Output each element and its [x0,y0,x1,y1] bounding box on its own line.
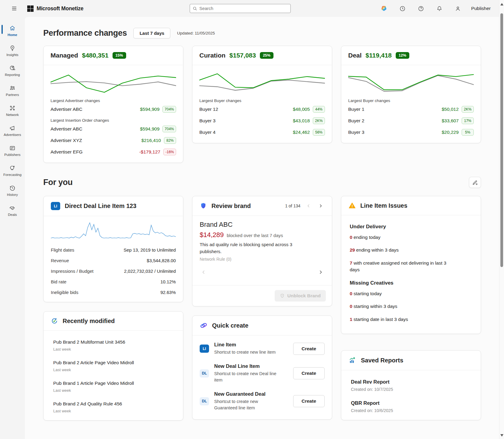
list-item[interactable]: Pub Brand 2 Article Page Video Midroll L… [44,356,183,377]
issue-item[interactable]: 0starting within 3 days [350,300,450,313]
table-row[interactable]: Advertiser ABC $594,909 704% [51,104,176,115]
search-box[interactable] [190,4,291,13]
sidebar-item-network[interactable]: Network [0,101,25,120]
issue-item[interactable]: 0ending today [350,231,450,244]
pct-badge: 56% [313,129,325,136]
menu-button[interactable] [9,3,19,14]
issue-item[interactable]: 1starting date in last 3 days [350,313,450,326]
pct-badge: 17% [462,117,474,124]
deal-performance-card: Deal $119,418 12% Largest Buyer changes … [341,46,481,143]
table-row[interactable]: Advertiser XYZ $216,410 82% [51,135,176,146]
pager-next-button[interactable] [317,202,325,210]
app-window: Microsoft Monetize [0,0,504,439]
chevron-right-icon [318,203,323,208]
scroll-up-arrow[interactable] [500,3,503,5]
card-title: Saved Reports [361,357,403,364]
list-item[interactable]: QBR Report Created on: 10/6/2025 [341,396,481,418]
carousel-next-button[interactable] [317,268,325,276]
date-range-button[interactable]: Last 7 days [133,28,170,38]
table-row[interactable]: Advertiser EFG -$179,127 -16% [51,146,176,158]
app-brand: Microsoft Monetize [27,5,83,12]
scroll-down-arrow[interactable] [500,434,503,437]
card-title: Recently modified [63,318,115,325]
create-line-item-button[interactable]: Create [293,343,325,355]
quick-create-deal-line-item-row: DL New Deal Line Item Shortcut to create… [200,359,325,387]
table-row[interactable]: Buyer 2 $33,607 17% [348,115,474,127]
card-title: Deal [348,52,362,59]
sidebar-item-deals[interactable]: Deals [0,200,25,220]
issue-item[interactable]: 7with creative assigned not delivering i… [350,257,450,276]
chevron-left-icon [306,203,311,208]
notifications-button[interactable] [434,3,444,14]
sidebar-item-insights[interactable]: Insights [0,41,25,61]
app-title: Microsoft Monetize [37,5,83,12]
sidebar-item-publishers[interactable]: Publishers [0,140,25,160]
unblock-brand-button[interactable]: Unblock Brand [275,290,326,302]
insights-icon [9,45,16,51]
card-title: Curation [199,52,225,59]
table-row[interactable]: Buyer 12 $48,005 44% [199,104,325,115]
deals-icon [9,205,16,211]
table-row[interactable]: Buyer 3 $43,018 2K% [199,115,325,127]
sidebar-item-reporting[interactable]: Reporting [0,61,25,81]
performance-title: Performance changes [43,28,127,38]
detail-row: Impressions / Budget 2,022,732,032 / Unl… [51,266,176,276]
updated-timestamp: Updated: 11/05/2025 [177,31,215,35]
search-icon [193,6,197,11]
account-button[interactable] [453,3,463,14]
pct-badge: 704% [162,106,176,113]
menu-icon [11,5,17,12]
create-deal-line-item-button[interactable]: Create [293,367,325,379]
recent-activity-button[interactable] [397,3,407,14]
publisher-label: Publisher [471,6,491,11]
table-row[interactable]: Buyer 4 $24,462 56% [199,127,325,138]
bell-icon [436,5,443,12]
card-title: Managed [51,52,78,59]
blocked-amount-suffix: blocked over the last 7 days [227,233,283,238]
chart-trend-icon [349,356,356,364]
reporting-icon [9,65,16,71]
sidebar-item-partners[interactable]: Partners [0,81,25,101]
create-guaranteed-deal-button[interactable]: Create [293,395,325,407]
list-item[interactable]: Pub Brand 1 Article Page Video Midroll L… [44,377,183,397]
table-row[interactable]: Advertiser ABC $594,909 704% [51,123,176,135]
issue-item[interactable]: 0starting today [350,287,450,300]
line-item-sparkline [51,219,176,243]
table-row[interactable]: Buyer 1 $50,012 2K% [348,104,474,115]
quick-create-line-item-row: LI Line Item Shortcut to create new line… [200,338,325,359]
issue-item[interactable]: 29ending within 3 days [350,244,450,256]
table-row[interactable]: Buyer 3 $20,229 5% [348,127,474,138]
pct-badge: 44% [313,106,325,113]
detail-row: Bid rate 10.12% [51,276,176,287]
pct-badge: 2K% [462,106,474,113]
sidebar-item-advertisers[interactable]: Advertisers [0,120,25,140]
list-item[interactable]: Pub Brand 2 Multiformat Unit 3456 Last w… [44,335,183,356]
curation-performance-card: Curation $157,083 25% Largest Buyer chan… [192,46,332,143]
clock-icon [399,5,406,12]
microsoft-logo [27,5,34,12]
for-you-section: For you LI Direct Deal Line Item 123 [43,177,481,421]
section-label: Largest Buyer changes [348,98,474,103]
partners-icon [9,85,16,91]
pct-badge: 2K% [313,117,325,124]
direct-deal-line-item-card: LI Direct Deal Line Item 123 Flight date… [43,196,183,302]
vertical-scrollbar[interactable] [499,0,504,439]
search-input[interactable] [199,6,288,11]
carousel-prev-button[interactable] [200,268,208,276]
pager-prev-button[interactable] [305,202,313,210]
list-item[interactable]: Pub Brand 2 Ad Quality Rule 456 Last wee… [44,397,183,418]
customize-icon [472,180,478,186]
brand-name: Brand ABC [200,221,325,229]
sidebar-item-forecasting[interactable]: Forecasting [0,160,25,180]
customize-button[interactable] [469,177,481,188]
sidebar-item-home[interactable]: Home [0,21,25,41]
review-brand-card: Review brand 1 of 134 [192,196,332,306]
help-button[interactable] [416,3,426,14]
pct-badge: -16% [163,149,176,155]
copilot-button[interactable] [379,3,389,14]
scrollbar-thumb[interactable] [500,13,503,267]
pager-label: 1 of 134 [285,203,300,208]
list-item[interactable]: Deal Rev Report Created on: 10/7/2025 [341,375,481,396]
deal-line-item-badge: DL [200,369,209,378]
sidebar-item-history[interactable]: History [0,180,25,200]
